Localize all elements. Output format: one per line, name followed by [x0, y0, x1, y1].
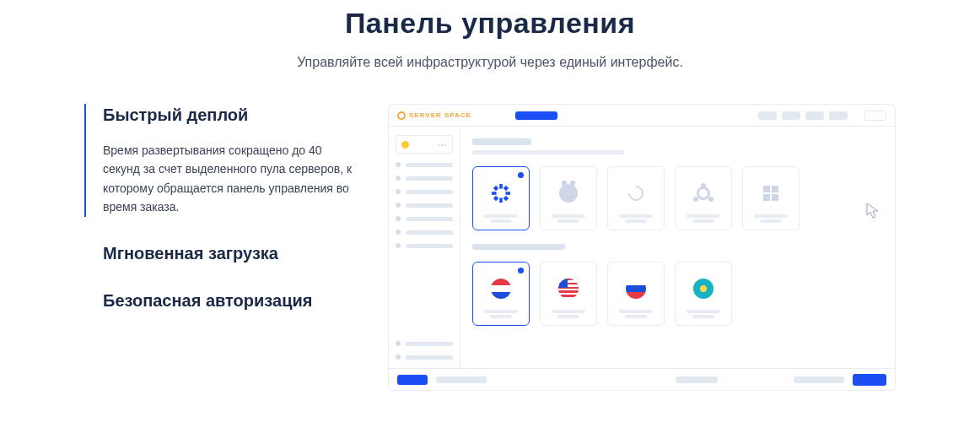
bottom-action-button: [853, 374, 886, 386]
topbar-item: [758, 111, 777, 120]
flag-netherlands-icon: [491, 269, 511, 308]
sidebar-item: [396, 230, 453, 235]
os-card-centos: [472, 166, 530, 230]
illustration-sidebar: •••: [389, 127, 460, 368]
feature-heading: Быстрый деплой: [103, 104, 354, 126]
svg-rect-0: [499, 184, 503, 189]
sidebar-item: [396, 243, 453, 248]
serverspace-logo: SERVER SPACE: [397, 111, 471, 120]
svg-rect-6: [493, 196, 498, 201]
region-card-usa: [540, 262, 597, 326]
cursor-icon: [866, 203, 880, 223]
svg-rect-7: [503, 196, 509, 201]
windows-icon: [763, 174, 778, 213]
os-card-row: [472, 166, 883, 230]
feature-description: Время развертывания сокращено до 40 секу…: [103, 141, 354, 217]
os-card-debian: [607, 166, 665, 230]
page-title: Панель управления: [0, 7, 980, 40]
sidebar-item: [396, 216, 453, 221]
ubuntu-icon: [694, 174, 713, 213]
sidebar-item: [396, 162, 453, 167]
feature-heading: Мгновенная загрузка: [103, 242, 354, 264]
illustration-main: [460, 127, 895, 368]
os-card-windows: [742, 166, 800, 230]
sidebar-item: [396, 203, 453, 208]
svg-rect-5: [503, 186, 509, 191]
topbar-item: [805, 111, 824, 120]
flag-usa-icon: [558, 269, 579, 308]
logo-mark-icon: [397, 111, 406, 120]
selected-dot-icon: [518, 172, 524, 178]
ellipsis-icon: •••: [438, 141, 447, 149]
topbar-active-pill: [515, 111, 557, 120]
control-panel-illustration: SERVER SPACE: [388, 104, 896, 391]
section-divider: [472, 244, 565, 250]
region-card-russia: [607, 262, 665, 326]
svg-rect-3: [506, 192, 511, 195]
region-card-netherlands: [472, 262, 530, 326]
region-card-kazakhstan: [675, 262, 732, 326]
selected-dot-icon: [518, 268, 524, 273]
topbar-right-chip: [864, 111, 886, 121]
illustration-bottombar: [389, 368, 895, 390]
illustration-topbar: SERVER SPACE: [389, 105, 895, 127]
illustration-main-header: [472, 138, 883, 154]
bottom-pill: [397, 375, 428, 385]
sidebar-item: [396, 176, 453, 181]
os-card-ubuntu: [675, 166, 732, 230]
svg-rect-1: [499, 198, 503, 203]
flag-kazakhstan-icon: [693, 269, 713, 308]
topbar-item: [782, 111, 800, 120]
svg-rect-2: [492, 192, 497, 195]
os-card-freebsd: [540, 166, 597, 230]
page-subtitle: Управляйте всей инфраструктурой через ед…: [0, 55, 980, 70]
bottom-text: [676, 376, 718, 383]
freebsd-icon: [559, 174, 578, 213]
sidebar-project-chip: •••: [396, 135, 453, 154]
sidebar-item: [396, 341, 453, 346]
flag-russia-icon: [626, 269, 646, 308]
feature-fast-deploy[interactable]: Быстрый деплой Время развертывания сокра…: [84, 104, 354, 217]
feature-list: Быстрый деплой Время развертывания сокра…: [84, 104, 354, 391]
sidebar-item: [396, 355, 453, 360]
region-card-row: [472, 262, 883, 326]
bottom-text: [436, 376, 487, 383]
sidebar-item: [396, 189, 453, 194]
debian-icon: [628, 174, 643, 213]
svg-rect-4: [493, 186, 498, 191]
bottom-text: [794, 376, 844, 383]
feature-instant-load[interactable]: Мгновенная загрузка: [84, 242, 354, 264]
centos-icon: [492, 174, 510, 213]
feature-heading: Безопасная авторизация: [103, 290, 354, 311]
topbar-item: [829, 111, 848, 120]
logo-text: SERVER SPACE: [409, 111, 471, 119]
feature-secure-auth[interactable]: Безопасная авторизация: [84, 290, 354, 311]
project-dot-icon: [401, 141, 409, 149]
